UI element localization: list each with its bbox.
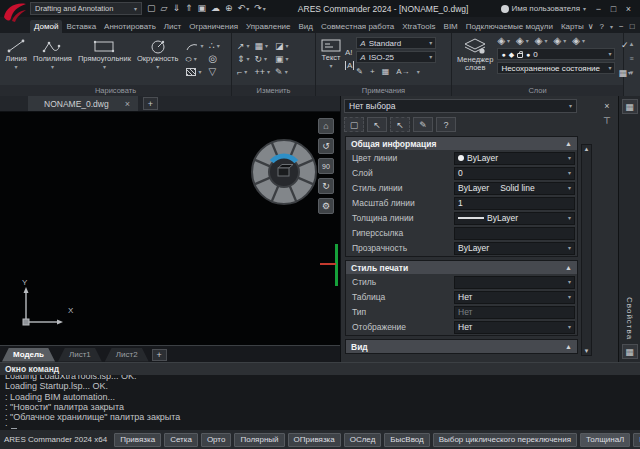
ribbon-overflow-up-icon[interactable]: ▴ — [630, 40, 634, 48]
user-menu[interactable]: Имя пользователя ▾ — [501, 4, 586, 13]
layer-lock-button[interactable]: ◈▾ — [535, 36, 548, 46]
ribbon-tab-maps[interactable]: Карты — [557, 20, 588, 33]
rotate-90-button[interactable]: 90 — [318, 158, 334, 174]
linescale-input[interactable]: 1 — [454, 197, 575, 210]
erase-button[interactable]: ◪▾ — [275, 42, 289, 51]
properties-dock-tab[interactable]: Свойства — [625, 297, 634, 340]
box-select-button[interactable]: ↖ — [390, 117, 410, 132]
caret-down-icon[interactable]: ▾ — [610, 24, 613, 30]
toggle-etrack[interactable]: ОСлед — [344, 433, 382, 447]
dimension-style-select[interactable]: A ISO-25 ▾ — [356, 51, 436, 63]
toggle-esnap[interactable]: ОПривязка — [288, 433, 341, 447]
add-sheet-button[interactable]: + — [152, 349, 167, 361]
line-color-select[interactable]: ByLayer ▾ — [454, 152, 575, 165]
toggle-ortho[interactable]: Орто — [201, 433, 232, 447]
undo-button[interactable]: ↶ ▾ — [238, 4, 250, 13]
hatch-button[interactable]: ▾ — [186, 67, 203, 77]
pin-icon[interactable]: ⊤ — [603, 116, 611, 126]
save-icon[interactable]: ▣ — [198, 4, 207, 13]
new-tab-button[interactable]: + — [143, 97, 158, 110]
text-flow-icon[interactable]: A→ — [396, 67, 409, 76]
pointer-button[interactable]: ↖ — [367, 117, 387, 132]
command-window[interactable]: Окно команд Loading LoadXtraTools.lsp...… — [0, 362, 640, 430]
ribbon-tab-view[interactable]: Вид — [295, 20, 317, 33]
stretch-button[interactable]: ⇕▾ — [237, 55, 250, 64]
doc-restore-button[interactable]: □ — [630, 22, 635, 31]
toggle-quickinput[interactable]: БысВвод — [384, 433, 429, 447]
tab-sheet2[interactable]: Лист2 — [105, 348, 149, 362]
text-button[interactable]: Текст ▾ — [319, 35, 343, 83]
rotate-button[interactable]: ↻▾ — [255, 55, 271, 64]
toggle-cycling-selection[interactable]: Выбор циклического переключения — [433, 433, 577, 447]
lineweight-select[interactable]: ByLayer ▾ — [454, 212, 575, 225]
layer-freeze-button[interactable]: ◈▾ — [516, 36, 529, 46]
ribbon-tab-annotate[interactable]: Аннотировать — [100, 20, 160, 33]
ribbon-tab-home[interactable]: Домой — [30, 20, 62, 33]
drawing-canvas[interactable]: ⌂ ↺ 90 ↻ ⚙ Y X — [0, 112, 340, 345]
section-plot-style-header[interactable]: Стиль печати ▲ — [346, 261, 577, 274]
open-file-icon[interactable]: ▱ — [161, 4, 168, 13]
home-view-button[interactable]: ⌂ — [318, 118, 334, 134]
add-annotation-icon[interactable]: + — [370, 67, 375, 76]
ribbon-tab-sheet[interactable]: Лист — [160, 20, 185, 33]
plot-table-select[interactable]: Нет ▾ — [454, 291, 575, 304]
ribbon-overflow-menu-icon[interactable]: ≡ — [629, 55, 633, 62]
properties-scrollbar[interactable]: ▲ ▼ — [581, 144, 592, 356]
import-icon[interactable]: ⇑ — [185, 4, 193, 13]
point-button[interactable]: ∴ ▾ — [208, 41, 219, 51]
polygon-button[interactable]: ▽ — [208, 67, 219, 77]
trim-button[interactable]: ++▾ — [255, 68, 271, 77]
text-style-icon[interactable]: A! — [345, 48, 354, 57]
cloud-save-icon[interactable]: ☁ — [211, 4, 220, 13]
selection-filter-select[interactable]: Нет выбора ▾ — [344, 99, 577, 113]
copy-button[interactable]: ▦▾ — [255, 42, 271, 51]
document-tab[interactable]: NONAME_0.dwg × — [28, 96, 138, 111]
web-icon[interactable]: ⊕ — [225, 4, 233, 13]
linestyle-select[interactable]: ByLayer Solid line ▾ — [454, 182, 575, 195]
maximize-button[interactable]: □ — [606, 4, 621, 14]
rotate-ccw-button[interactable]: ↺ — [318, 138, 334, 154]
fillet-button[interactable]: ⌐▾ — [237, 68, 250, 77]
arc-button[interactable]: ▾ — [186, 41, 203, 51]
line-button[interactable]: Линия ▾ — [3, 35, 29, 83]
toggle-model[interactable]: МОДЕЛЬ — [633, 433, 640, 447]
move-button[interactable]: ↗▾ — [237, 42, 250, 51]
layer-select[interactable]: ● ◆ ● 0 ▾ — [497, 48, 615, 60]
ribbon-tab-xtratools[interactable]: XtraTools — [398, 20, 439, 33]
active-palette-icon[interactable]: ▦ — [622, 99, 638, 114]
table-icon[interactable]: ▦ — [382, 67, 390, 76]
text-style-select[interactable]: A Standard ▾ — [356, 37, 436, 49]
tab-model[interactable]: Модель — [2, 348, 55, 362]
doc-minimize-button[interactable]: − — [619, 22, 624, 31]
plot-display-select[interactable]: Нет ▾ — [454, 321, 575, 334]
redo-button[interactable]: ↷ ▾ — [254, 4, 266, 13]
tab-sheet1[interactable]: Лист1 — [58, 348, 102, 362]
export-icon[interactable]: ⇓ — [172, 4, 180, 13]
close-button[interactable]: × — [621, 4, 636, 14]
collapse-ribbon-icon[interactable]: ∨ — [588, 22, 594, 31]
close-palette-icon[interactable]: × — [604, 101, 609, 111]
select-entities-button[interactable]: ▢ — [344, 117, 364, 132]
circle-button[interactable]: Окружность ▾ — [135, 35, 180, 83]
section-view-header[interactable]: Вид ▲ — [346, 340, 577, 353]
ribbon-tab-constraints[interactable]: Ограничения — [185, 20, 242, 33]
dimension-style-icon[interactable]: A — [345, 61, 354, 70]
section-general-header[interactable]: Общая информация ▲ — [346, 137, 577, 150]
edit-annotation-icon[interactable]: ✎ — [356, 67, 363, 76]
toggle-polar[interactable]: Полярный — [234, 433, 284, 447]
toggle-lineweight[interactable]: ТолщинаЛ — [580, 433, 630, 447]
rotate-cw-button[interactable]: ↻ — [318, 178, 334, 194]
minimize-button[interactable]: − — [591, 4, 606, 14]
offset-button[interactable]: ▣▾ — [275, 55, 289, 64]
new-file-icon[interactable]: ▢ — [147, 4, 156, 13]
properties-palette-icon[interactable]: ▦ — [622, 344, 638, 359]
layer-manager-button[interactable]: Менеджер слоев — [455, 35, 495, 83]
help-icon[interactable]: ? — [600, 22, 604, 31]
ribbon-tab-bim[interactable]: BIM — [440, 20, 462, 33]
polyline-button[interactable]: Полилиния ▾ — [31, 35, 74, 83]
explode-button[interactable]: ✎▾ — [275, 68, 289, 77]
layer-state-select[interactable]: Несохраненное состояние слоев ▾ — [497, 62, 615, 74]
ellipse-button[interactable]: ○ ▾ — [186, 54, 203, 64]
workspace-selector[interactable]: Drafting and Annotation ▾ — [30, 2, 142, 15]
transparency-select[interactable]: ByLayer ▾ — [454, 242, 575, 255]
